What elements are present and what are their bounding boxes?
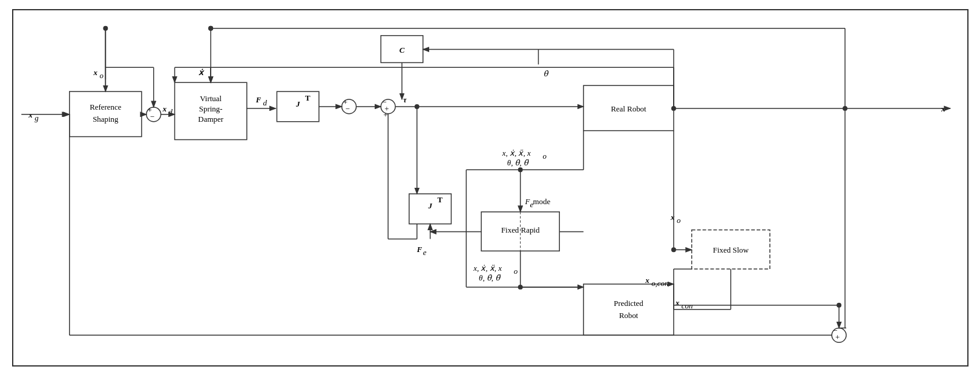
xo-label-right: x: [669, 212, 674, 221]
sum-sign-1b: −: [150, 111, 154, 121]
fe-label: F: [416, 245, 422, 254]
fe-sub: e: [423, 248, 426, 257]
jacobian-bottom-super: T: [437, 194, 442, 204]
state-labels-top-sub: o: [542, 151, 547, 161]
diagram-container: Reference Shaping Virtual Spring- Damper…: [12, 9, 968, 367]
jacobian-top-label: J: [295, 99, 300, 108]
fd-sub: d: [263, 98, 267, 107]
reference-shaping-label2: Shaping: [93, 114, 119, 123]
xdot-label: ẋ: [199, 68, 205, 77]
sum-sign-3c: +: [383, 110, 387, 119]
virtual-spring-label3: Damper: [198, 114, 223, 123]
reference-shaping-label: Reference: [90, 102, 122, 111]
sum-sign-2b: −: [345, 104, 349, 113]
top-node: [208, 25, 213, 30]
real-robot-label: Real Robot: [611, 104, 646, 113]
tau-label: τ: [403, 95, 407, 104]
xo-node-fs: [671, 247, 676, 252]
fd-label: F: [255, 95, 261, 104]
fixed-slow-label: Fixed Slow: [712, 245, 749, 254]
state-labels-top: x, ẋ, ẍ, x: [501, 148, 530, 158]
jacobian-top-super: T: [305, 93, 311, 102]
xo-sub-right: o: [676, 215, 680, 224]
state-labels-bottom: x, ẋ, ẍ, x: [473, 264, 502, 273]
pred-node: [518, 284, 522, 289]
virtual-spring-label2: Spring-: [199, 104, 222, 113]
xd-sub: d: [168, 107, 173, 116]
xd-label: x: [162, 104, 166, 113]
xocon-label: x: [645, 275, 649, 284]
fe-mode-text: mode: [533, 196, 550, 205]
xo-label-top: x: [93, 68, 97, 77]
state-labels-bottom2: θ, θ̇, θ̈: [479, 273, 501, 282]
xo-sub-top: o: [99, 71, 104, 80]
state-labels-bottom-sub: o: [513, 267, 518, 276]
fe-mode-label: F: [524, 196, 530, 205]
predicted-robot-block: [583, 284, 673, 334]
predicted-robot-label2: Robot: [619, 310, 638, 319]
theta-dot-label: θ̇: [543, 69, 548, 78]
sum-sign-4b: +: [835, 333, 840, 342]
predicted-robot-label1: Predicted: [614, 298, 643, 307]
jacobian-bottom-label: J: [427, 201, 432, 210]
c-label: C: [399, 45, 404, 54]
xcon-label: x: [674, 297, 679, 307]
state-labels-top2: θ, θ̇, θ̈: [507, 158, 529, 167]
virtual-spring-label1: Virtual: [200, 93, 222, 102]
xocon-sub: o,con: [651, 278, 668, 287]
